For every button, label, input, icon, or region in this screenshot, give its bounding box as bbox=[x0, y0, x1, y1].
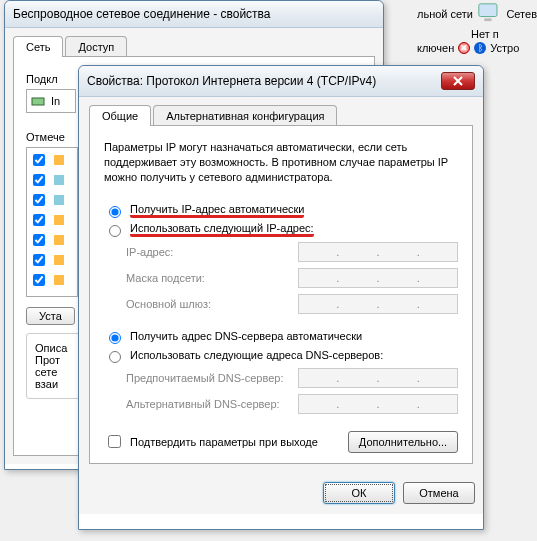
svg-rect-1 bbox=[484, 18, 491, 21]
close-icon bbox=[453, 76, 463, 86]
list-item[interactable] bbox=[29, 270, 75, 290]
item-checkbox[interactable] bbox=[33, 274, 45, 286]
list-item[interactable] bbox=[29, 250, 75, 270]
gateway-label: Основной шлюз: bbox=[126, 298, 211, 310]
monitor-icon bbox=[477, 2, 502, 26]
svg-rect-5 bbox=[54, 195, 64, 205]
service-icon bbox=[52, 193, 66, 207]
subnet-mask-label: Маска подсети: bbox=[126, 272, 205, 284]
frag-text: Нет п bbox=[471, 28, 499, 40]
radio-obtain-ip-auto-input[interactable] bbox=[109, 206, 121, 218]
service-icon bbox=[52, 253, 66, 267]
list-item[interactable] bbox=[29, 230, 75, 250]
fgwin-titlebar[interactable]: Свойства: Протокол Интернета версии 4 (T… bbox=[79, 66, 483, 97]
svg-rect-3 bbox=[54, 155, 64, 165]
alternate-dns-field: ... bbox=[298, 394, 458, 414]
ip-address-label: IP-адрес: bbox=[126, 246, 173, 258]
tab-alternate[interactable]: Альтернативная конфигурация bbox=[153, 105, 337, 126]
service-icon bbox=[52, 153, 66, 167]
preferred-dns-label: Предпочитаемый DNS-сервер: bbox=[126, 372, 283, 384]
frag-text: Сетев bbox=[506, 8, 537, 20]
radio-label: Получить IP-адрес автоматически bbox=[130, 203, 304, 218]
close-button[interactable] bbox=[441, 72, 475, 90]
list-item[interactable] bbox=[29, 170, 75, 190]
list-item[interactable] bbox=[29, 190, 75, 210]
adapter-icon bbox=[31, 94, 45, 108]
radio-obtain-ip-auto[interactable]: Получить IP-адрес автоматически bbox=[104, 201, 458, 220]
frag-text: льной сети bbox=[417, 8, 473, 20]
fgwin-title: Свойства: Протокол Интернета версии 4 (T… bbox=[87, 74, 376, 88]
radio-label: Получить адрес DNS-сервера автоматически bbox=[130, 330, 362, 342]
tab-network[interactable]: Сеть bbox=[13, 36, 63, 57]
svg-rect-6 bbox=[54, 215, 64, 225]
svg-rect-0 bbox=[479, 4, 497, 17]
service-icon bbox=[52, 173, 66, 187]
subnet-mask-field: ... bbox=[298, 268, 458, 288]
cancel-button[interactable]: Отмена bbox=[403, 482, 475, 504]
radio-obtain-dns-auto[interactable]: Получить адрес DNS-сервера автоматически bbox=[104, 327, 458, 346]
install-button[interactable]: Уста bbox=[26, 307, 75, 325]
item-checkbox[interactable] bbox=[33, 254, 45, 266]
item-checkbox[interactable] bbox=[33, 214, 45, 226]
svg-rect-7 bbox=[54, 235, 64, 245]
validate-on-exit-checkbox[interactable] bbox=[108, 435, 121, 448]
validate-on-exit[interactable]: Подтвердить параметры при выходе bbox=[104, 432, 318, 451]
info-text: Параметры IP могут назначаться автоматич… bbox=[104, 140, 458, 185]
list-item[interactable] bbox=[29, 150, 75, 170]
radio-label: Использовать следующие адреса DNS-сервер… bbox=[130, 349, 383, 361]
validate-on-exit-label: Подтвердить параметры при выходе bbox=[130, 436, 318, 448]
list-item[interactable] bbox=[29, 210, 75, 230]
radio-use-following-ip[interactable]: Использовать следующий IP-адрес: bbox=[104, 220, 458, 239]
service-icon bbox=[52, 273, 66, 287]
ip-address-field: ... bbox=[298, 242, 458, 262]
radio-obtain-dns-auto-input[interactable] bbox=[109, 332, 121, 344]
bgwin-titlebar[interactable]: Беспроводное сетевое соединение - свойст… bbox=[5, 1, 383, 28]
svg-rect-9 bbox=[54, 275, 64, 285]
adapter-text: In bbox=[51, 95, 60, 107]
gateway-field: ... bbox=[298, 294, 458, 314]
radio-use-following-dns[interactable]: Использовать следующие адреса DNS-сервер… bbox=[104, 346, 458, 365]
ipv4-properties-window: Свойства: Протокол Интернета версии 4 (T… bbox=[78, 65, 484, 530]
item-checkbox[interactable] bbox=[33, 194, 45, 206]
ok-button[interactable]: ОК bbox=[323, 482, 395, 504]
tab-general[interactable]: Общие bbox=[89, 105, 151, 126]
desktop-fragment: льной сети Сетев Нет п ключен ✕ ᛒ Устро bbox=[417, 2, 537, 62]
advanced-button[interactable]: Дополнительно... bbox=[348, 431, 458, 453]
tab-access[interactable]: Доступ bbox=[65, 36, 127, 57]
item-checkbox[interactable] bbox=[33, 174, 45, 186]
radio-use-following-ip-input[interactable] bbox=[109, 225, 121, 237]
svg-rect-2 bbox=[32, 98, 44, 105]
frag-text: ключен bbox=[417, 42, 454, 54]
error-icon: ✕ bbox=[458, 42, 470, 54]
service-icon bbox=[52, 233, 66, 247]
radio-use-following-dns-input[interactable] bbox=[109, 351, 121, 363]
svg-rect-8 bbox=[54, 255, 64, 265]
preferred-dns-field: ... bbox=[298, 368, 458, 388]
frag-text: Устро bbox=[490, 42, 519, 54]
svg-rect-4 bbox=[54, 175, 64, 185]
bluetooth-icon: ᛒ bbox=[474, 42, 486, 54]
service-icon bbox=[52, 213, 66, 227]
radio-label: Использовать следующий IP-адрес: bbox=[130, 222, 314, 237]
bgwin-title: Беспроводное сетевое соединение - свойст… bbox=[13, 7, 271, 21]
item-checkbox[interactable] bbox=[33, 234, 45, 246]
alternate-dns-label: Альтернативный DNS-сервер: bbox=[126, 398, 280, 410]
item-checkbox[interactable] bbox=[33, 154, 45, 166]
